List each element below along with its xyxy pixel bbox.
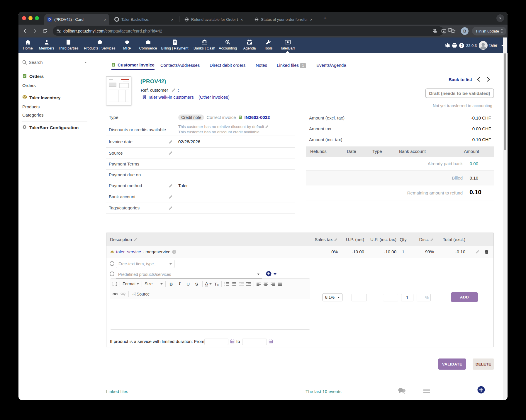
sidebar-section-inventory[interactable]: Taler Inventory: [29, 95, 60, 100]
edit-pencil-icon[interactable]: [169, 139, 173, 144]
up-net-input[interactable]: [352, 294, 367, 301]
duration-to-input[interactable]: [242, 339, 267, 345]
search-input[interactable]: [29, 59, 79, 66]
paid-back-value[interactable]: 0.00: [470, 161, 478, 166]
back-to-list-link[interactable]: Back to list: [449, 77, 472, 82]
edit-pencil-icon[interactable]: [265, 125, 269, 129]
site-settings-icon[interactable]: [56, 29, 61, 34]
install-icon[interactable]: [441, 29, 446, 34]
user-avatar[interactable]: [479, 41, 488, 50]
reload-icon[interactable]: [42, 28, 48, 34]
qty-input[interactable]: 1: [401, 294, 413, 301]
menu-bars-icon[interactable]: [423, 389, 430, 393]
tab-linked-files[interactable]: Linked files 1: [277, 63, 306, 68]
close-icon[interactable]: ×: [240, 17, 243, 22]
next-icon[interactable]: [486, 77, 491, 82]
link-icon[interactable]: [113, 292, 118, 296]
corrected-invoice-link[interactable]: IN2602-0022: [245, 115, 270, 120]
more-menu-icon[interactable]: [501, 29, 503, 33]
source-button[interactable]: <> Source: [132, 292, 150, 296]
up-inc-input[interactable]: [383, 294, 398, 301]
format-select[interactable]: Format: [123, 281, 139, 286]
validate-button[interactable]: VALIDATE: [438, 358, 466, 370]
edit-pencil-icon[interactable]: [134, 237, 138, 241]
back-icon[interactable]: [22, 28, 28, 34]
add-line-button[interactable]: ADD: [451, 292, 478, 302]
scrollbar-thumb[interactable]: [504, 53, 506, 150]
edit-pencil-icon[interactable]: [169, 183, 173, 188]
tab-notes[interactable]: Notes: [256, 63, 267, 68]
invoice-thumbnail[interactable]: [106, 76, 131, 105]
align-justify-icon[interactable]: [278, 282, 282, 286]
edit-pencil-icon[interactable]: [169, 194, 173, 199]
edit-pencil-icon[interactable]: [169, 151, 173, 155]
outdent-icon[interactable]: [239, 282, 244, 286]
tab-events[interactable]: Events/Agenda: [316, 63, 346, 68]
tax-rate-select[interactable]: 8.1%: [323, 293, 342, 301]
predefined-radio[interactable]: [110, 272, 114, 276]
add-product-icon[interactable]: [266, 271, 272, 276]
calendar-picker-icon[interactable]: [269, 339, 273, 344]
description-editor[interactable]: Format Size B I U S A Tx: [110, 279, 310, 329]
finish-update-button[interactable]: Finish update: [472, 27, 506, 35]
mic-off-icon[interactable]: [432, 29, 437, 34]
unlink-icon[interactable]: [121, 292, 125, 296]
bold-button[interactable]: B: [168, 281, 174, 286]
remove-format-button[interactable]: Tx: [214, 281, 219, 286]
free-text-select[interactable]: Free-text item, type...: [116, 260, 174, 268]
search-dropdown-icon[interactable]: [84, 62, 87, 63]
sidebar-section-orders[interactable]: Orders: [29, 74, 44, 79]
browser-tab[interactable]: Taler Backoffice: ×: [111, 14, 177, 25]
help-icon[interactable]: ?: [459, 43, 464, 48]
sidebar-item-products[interactable]: Products: [22, 104, 40, 109]
tab-search-button[interactable]: [496, 14, 504, 22]
predefined-select[interactable]: Predefined products/services: [116, 270, 262, 279]
calendar-picker-icon[interactable]: [230, 339, 235, 344]
last-events-link[interactable]: The last 10 events: [306, 389, 342, 394]
close-window-button[interactable]: [22, 16, 26, 20]
bullet-list-icon[interactable]: [232, 282, 236, 286]
tab-contacts[interactable]: Contacts/Addresses: [160, 63, 200, 68]
tab-direct-debit[interactable]: Direct debit orders: [210, 63, 246, 68]
edit-line-icon[interactable]: [475, 250, 480, 254]
browser-tab[interactable]: Status of your order forrefund ×: [252, 14, 315, 25]
edit-pencil-icon[interactable]: [172, 88, 176, 92]
prev-icon[interactable]: [476, 77, 481, 82]
delete-button[interactable]: DELETE: [473, 358, 494, 370]
user-menu[interactable]: taler: [489, 43, 497, 48]
zoom-window-button[interactable]: [35, 16, 39, 20]
print-icon[interactable]: [452, 43, 457, 48]
close-icon[interactable]: ×: [310, 17, 313, 22]
edit-pencil-icon[interactable]: [334, 238, 338, 242]
text-color-button[interactable]: A: [205, 281, 212, 286]
edit-pencil-icon[interactable]: [169, 206, 173, 210]
browser-tab[interactable]: Refund available for Order to ×: [181, 14, 246, 25]
discount-input[interactable]: %: [417, 294, 431, 301]
editor-textarea[interactable]: [110, 299, 310, 329]
underline-button[interactable]: U: [185, 281, 191, 286]
menu-products-services[interactable]: Products | Services: [79, 40, 120, 51]
edit-pencil-icon[interactable]: [430, 238, 434, 242]
forward-icon[interactable]: [32, 28, 38, 34]
indent-icon[interactable]: [246, 282, 251, 286]
align-center-icon[interactable]: [264, 282, 268, 286]
other-invoices-link[interactable]: (Other invoices): [198, 95, 230, 100]
customer-link[interactable]: Taler walk-in customers: [148, 95, 194, 100]
close-icon[interactable]: ×: [171, 17, 174, 22]
chat-icon[interactable]: [398, 387, 406, 394]
profile-avatar[interactable]: B: [461, 27, 469, 35]
chevron-down-icon[interactable]: [274, 273, 276, 275]
linked-files-link[interactable]: Linked files: [106, 389, 128, 394]
close-icon[interactable]: ×: [104, 17, 106, 22]
sidebar-section-config[interactable]: TalerBarr Configuration: [29, 125, 79, 130]
extensions-icon[interactable]: [447, 28, 453, 34]
duration-from-input[interactable]: [204, 339, 228, 345]
scrollbar-track[interactable]: [503, 37, 507, 400]
size-select[interactable]: Size: [145, 281, 162, 286]
free-text-radio[interactable]: [110, 261, 114, 266]
align-right-icon[interactable]: [271, 282, 275, 286]
strikethrough-button[interactable]: S: [194, 281, 200, 286]
tab-customer-invoice[interactable]: Customer invoice: [111, 60, 155, 70]
new-tab-button[interactable]: +: [323, 15, 327, 21]
minimize-window-button[interactable]: [28, 16, 33, 20]
